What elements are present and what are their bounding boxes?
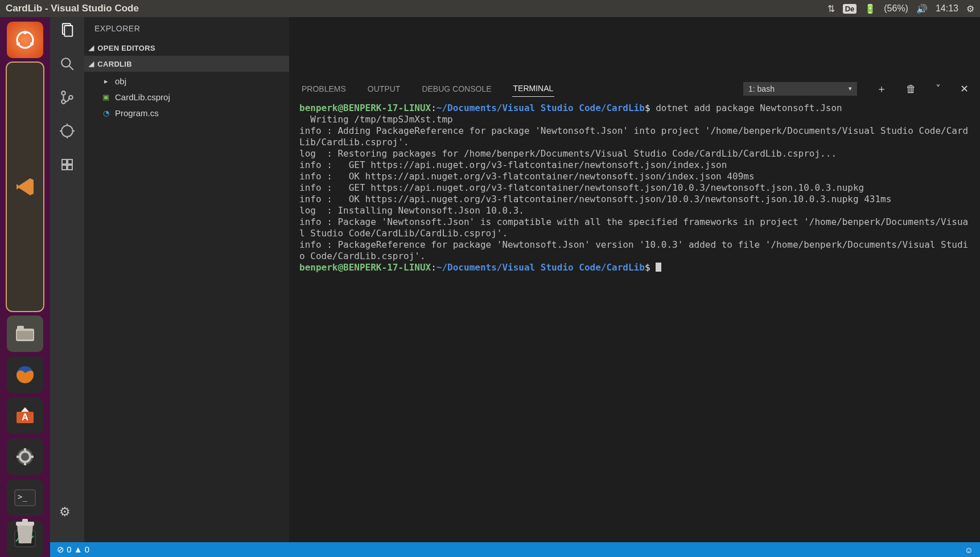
editor-empty-background: [289, 17, 980, 79]
folder-collapsed-icon: [101, 77, 110, 85]
system-settings-launcher-icon[interactable]: [7, 439, 43, 475]
panel-tabs: PROBLEMS OUTPUT DEBUG CONSOLE TERMINAL 1…: [289, 79, 980, 99]
explorer-title: EXPLORER: [84, 17, 289, 40]
svg-text:>_: >_: [18, 492, 27, 502]
unity-launcher: A >_: [0, 17, 50, 557]
open-editors-section[interactable]: ◢ OPEN EDITORS: [84, 40, 289, 56]
svg-rect-36: [68, 165, 72, 170]
explorer-activity-icon[interactable]: [59, 22, 75, 42]
keyboard-layout-indicator[interactable]: De: [843, 4, 857, 14]
open-editors-label: OPEN EDITORS: [97, 44, 155, 52]
tree-item-label: CardLib.csproj: [115, 92, 170, 102]
activity-bar: ⚙: [50, 17, 84, 542]
csharp-file-icon: ◔: [101, 109, 110, 117]
svg-rect-12: [24, 448, 26, 452]
svg-point-2: [17, 42, 20, 46]
battery-icon[interactable]: 🔋: [864, 3, 876, 14]
chevron-down-icon: ▾: [849, 85, 852, 92]
svg-rect-35: [62, 165, 67, 170]
tab-debug-console[interactable]: DEBUG CONSOLE: [421, 81, 492, 97]
terminal-line: info : GET https://api.nuget.org/v3-flat…: [299, 159, 727, 170]
new-terminal-button[interactable]: ＋: [876, 84, 887, 94]
svg-point-26: [61, 100, 65, 104]
svg-line-24: [69, 65, 73, 70]
debug-activity-icon[interactable]: [60, 124, 75, 142]
prompt-cwd: ~/Documents/Visual Studio Code/CardLib: [437, 103, 645, 113]
svg-point-3: [30, 42, 34, 46]
source-control-activity-icon[interactable]: [60, 90, 75, 109]
maximize-panel-button[interactable]: ˅: [936, 84, 941, 94]
battery-percent: (56%): [884, 3, 908, 14]
svg-rect-14: [17, 456, 20, 458]
svg-point-25: [61, 91, 65, 95]
terminal-selector-label: 1: bash: [748, 84, 775, 93]
svg-point-23: [61, 58, 70, 67]
svg-point-28: [61, 125, 73, 137]
svg-rect-20: [22, 519, 28, 522]
terminal-line: info : Adding PackageReference for packa…: [299, 125, 968, 148]
tree-file-programcs[interactable]: ◔ Program.cs: [84, 105, 289, 121]
terminal-line: info : GET https://api.nuget.org/v3-flat…: [299, 182, 864, 193]
caret-down-icon: ◢: [89, 60, 94, 68]
extensions-activity-icon[interactable]: [60, 157, 74, 175]
terminal-output[interactable]: benperk@BENPERK-17-LINUX:~/Documents/Vis…: [289, 99, 980, 542]
terminal-line: info : PackageReference for package 'New…: [299, 239, 968, 261]
prompt-colon: :: [431, 262, 437, 273]
software-center-launcher-icon[interactable]: A: [7, 398, 43, 434]
terminal-line: Writing /tmp/tmpSJmXst.tmp: [299, 114, 453, 125]
file-tree: obj ▣ CardLib.csproj ◔ Program.cs: [84, 72, 289, 124]
tab-output[interactable]: OUTPUT: [367, 81, 402, 97]
kill-terminal-button[interactable]: 🗑: [906, 84, 916, 94]
terminal-selector[interactable]: 1: bash ▾: [743, 82, 857, 96]
terminal-line: info : OK https://api.nuget.org/v3-flatc…: [299, 194, 891, 204]
svg-rect-22: [64, 26, 72, 36]
status-problem-counts[interactable]: ⊘ 0 ▲ 0: [57, 544, 89, 555]
tab-problems[interactable]: PROBLEMS: [300, 81, 347, 97]
volume-icon[interactable]: 🔊: [916, 3, 928, 14]
svg-marker-4: [17, 178, 34, 195]
tree-folder-obj[interactable]: obj: [84, 73, 289, 89]
window-title: CardLib - Visual Studio Code: [6, 3, 139, 14]
svg-point-0: [17, 32, 33, 48]
prompt-cwd: ~/Documents/Visual Studio Code/CardLib: [437, 262, 645, 273]
svg-text:A: A: [22, 412, 28, 422]
tab-terminal[interactable]: TERMINAL: [512, 80, 555, 97]
terminal-line: info : Package 'Newtonsoft.Json' is comp…: [299, 216, 968, 239]
system-gear-icon[interactable]: ⚙: [966, 3, 974, 14]
close-panel-button[interactable]: ✕: [960, 84, 969, 94]
tree-item-label: Program.cs: [115, 108, 159, 118]
terminal-line: log : Installing Newtonsoft.Json 10.0.3.: [299, 205, 524, 216]
ubuntu-menubar: CardLib - Visual Studio Code ⇅ De 🔋 (56%…: [0, 0, 980, 17]
prompt-dollar: $: [645, 262, 650, 273]
vscode-window: ⚙ EXPLORER ◢ OPEN EDITORS ◢ CARDLIB obj: [50, 17, 980, 557]
status-feedback-icon[interactable]: ☺: [965, 545, 973, 555]
prompt-userhost: benperk@BENPERK-17-LINUX: [299, 262, 431, 273]
firefox-launcher-icon[interactable]: [7, 357, 43, 393]
prompt-dollar: $: [645, 103, 650, 113]
search-activity-icon[interactable]: [60, 56, 75, 75]
explorer-panel: EXPLORER ◢ OPEN EDITORS ◢ CARDLIB obj ▣: [84, 17, 289, 542]
clock[interactable]: 14:13: [936, 3, 958, 14]
terminal-line: log : Restoring packages for /home/benpe…: [299, 148, 837, 159]
caret-down-icon: ◢: [89, 44, 94, 52]
files-launcher-icon[interactable]: [7, 316, 43, 352]
project-section[interactable]: ◢ CARDLIB: [84, 56, 289, 72]
tree-file-csproj[interactable]: ▣ CardLib.csproj: [84, 89, 289, 105]
svg-rect-33: [62, 159, 67, 164]
terminal-cursor: [656, 263, 661, 272]
trash-launcher-icon[interactable]: [7, 514, 43, 550]
project-section-label: CARDLIB: [97, 60, 132, 68]
terminal-line: info : OK https://api.nuget.org/v3-flatc…: [299, 171, 755, 182]
prompt-colon: :: [431, 103, 437, 113]
svg-point-1: [23, 31, 27, 34]
ubuntu-dash-icon[interactable]: [7, 22, 43, 58]
manage-gear-icon[interactable]: ⚙: [59, 505, 71, 519]
prompt-userhost: benperk@BENPERK-17-LINUX: [299, 103, 431, 113]
svg-rect-19: [16, 522, 34, 526]
svg-rect-13: [24, 462, 26, 465]
network-icon[interactable]: ⇅: [827, 3, 835, 14]
vscode-launcher-icon[interactable]: [7, 63, 43, 311]
terminal-launcher-icon[interactable]: >_: [7, 480, 43, 516]
editor-area: PROBLEMS OUTPUT DEBUG CONSOLE TERMINAL 1…: [289, 17, 980, 542]
svg-rect-34: [68, 159, 72, 164]
